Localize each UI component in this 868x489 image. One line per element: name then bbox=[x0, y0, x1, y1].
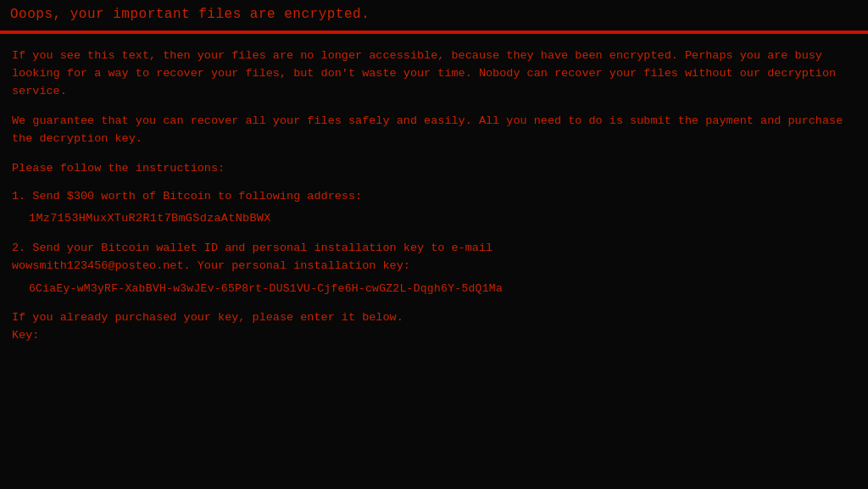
key-prompt: Key: bbox=[12, 327, 856, 345]
step2: 2. Send your Bitcoin wallet ID and perso… bbox=[12, 240, 856, 297]
guarantee-text: We guarantee that you can recover all yo… bbox=[12, 113, 856, 148]
intro-text: If you see this text, then your files ar… bbox=[12, 47, 856, 101]
content-area: If you see this text, then your files ar… bbox=[0, 36, 868, 353]
step2-label: 2. Send your Bitcoin wallet ID and perso… bbox=[12, 240, 856, 258]
bitcoin-address: 1Mz7153HMuxXTuR2R1t7BmGSdzaAtNbBWX bbox=[29, 210, 856, 228]
title-bar: Ooops, your important files are encrypte… bbox=[0, 0, 868, 29]
step1: 1. Send $300 worth of Bitcoin to followi… bbox=[12, 188, 856, 229]
step1-label: 1. Send $300 worth of Bitcoin to followi… bbox=[12, 188, 856, 206]
title-text: Ooops, your important files are encrypte… bbox=[10, 7, 370, 22]
ransomware-screen: Ooops, your important files are encrypte… bbox=[0, 0, 868, 489]
personal-key: 6CiaEy-wM3yRF-XabBVH-w3wJEv-65P8rt-DUS1V… bbox=[29, 281, 856, 297]
instructions-header-text: Please follow the instructions: bbox=[12, 160, 856, 178]
footer-text: If you already purchased your key, pleas… bbox=[12, 309, 856, 327]
guarantee-paragraph: We guarantee that you can recover all yo… bbox=[12, 113, 856, 148]
instructions-header: Please follow the instructions: bbox=[12, 160, 856, 178]
intro-paragraph: If you see this text, then your files ar… bbox=[12, 47, 856, 101]
step2-cont: wowsmith123456@posteo.net. Your personal… bbox=[12, 258, 856, 275]
red-divider bbox=[0, 31, 868, 34]
footer-line: If you already purchased your key, pleas… bbox=[12, 309, 856, 345]
